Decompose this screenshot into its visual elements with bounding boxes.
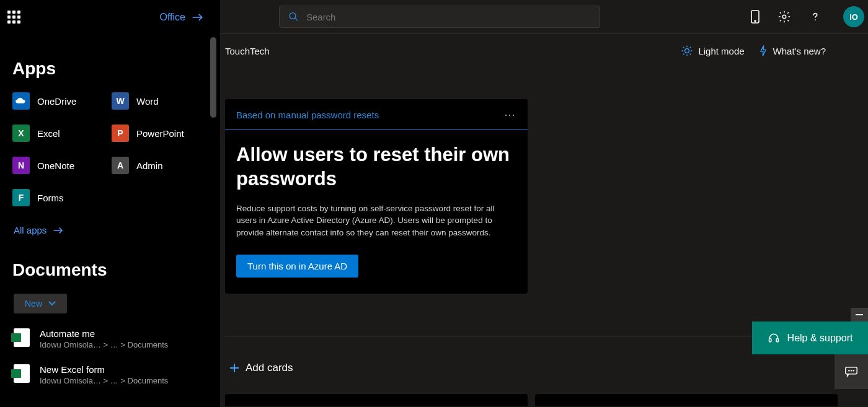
search-icon <box>288 11 299 22</box>
search-box[interactable] <box>279 6 600 28</box>
forms-icon: F <box>12 189 30 206</box>
onedrive-icon <box>12 92 30 110</box>
word-icon: W <box>112 92 129 110</box>
headset-icon <box>768 332 780 344</box>
document-item[interactable]: Automate me Idowu Omisola… > … > Documen… <box>14 328 220 349</box>
app-item-word[interactable]: W Word <box>112 92 211 110</box>
add-cards-label: Add cards <box>246 362 293 374</box>
light-mode-label: Light mode <box>698 46 744 56</box>
app-label: Admin <box>136 160 163 171</box>
documents-heading: Documents <box>12 260 220 280</box>
card-description: Reduce support costs by turning on self-… <box>236 203 516 239</box>
mobile-icon[interactable] <box>750 9 760 24</box>
help-support-label: Help & support <box>787 333 853 344</box>
app-launcher-icon[interactable] <box>7 11 20 24</box>
arrow-right-icon <box>53 226 64 235</box>
card-tag: Based on manual password resets <box>236 110 379 120</box>
app-item-admin[interactable]: A Admin <box>112 157 211 174</box>
recommendation-card: Based on manual password resets ⋯ Allow … <box>225 99 528 294</box>
app-item-onenote[interactable]: N OneNote <box>12 157 112 174</box>
app-item-forms[interactable]: F Forms <box>12 189 112 206</box>
document-path: Idowu Omisola… > … > Documents <box>40 340 168 349</box>
sun-icon <box>681 45 693 57</box>
sidebar: Office Apps OneDrive W Word X Excel P Po… <box>0 0 220 407</box>
minus-icon <box>856 314 863 315</box>
excel-file-icon <box>14 364 30 383</box>
app-label: Excel <box>37 128 60 139</box>
svg-point-11 <box>849 370 849 371</box>
card-placeholder[interactable] <box>225 394 528 406</box>
card-placeholder[interactable] <box>535 394 838 406</box>
svg-rect-7 <box>856 314 863 315</box>
gear-icon[interactable] <box>777 10 791 24</box>
new-label: New <box>25 299 42 309</box>
turn-on-azure-button[interactable]: Turn this on in Azure AD <box>236 255 358 278</box>
help-support-button[interactable]: Help & support <box>752 322 868 354</box>
app-item-powerpoint[interactable]: P PowerPoint <box>112 125 211 142</box>
app-label: OneNote <box>37 160 74 171</box>
card-row <box>225 394 838 406</box>
card-title: Allow users to reset their own passwords <box>236 143 516 191</box>
chevron-down-icon <box>48 301 56 306</box>
feedback-button[interactable] <box>835 354 868 389</box>
svg-rect-8 <box>769 338 771 341</box>
topbar: IO <box>220 0 868 34</box>
add-cards-button[interactable]: Add cards <box>229 362 293 380</box>
svg-point-12 <box>851 370 851 371</box>
app-item-excel[interactable]: X Excel <box>12 125 112 142</box>
svg-point-5 <box>815 19 816 20</box>
light-mode-toggle[interactable]: Light mode <box>681 45 744 57</box>
org-name: TouchTech <box>225 46 270 56</box>
excel-icon: X <box>12 125 30 142</box>
excel-file-icon <box>14 328 30 347</box>
avatar[interactable]: IO <box>843 6 864 27</box>
help-collapse-button[interactable] <box>851 308 868 322</box>
app-label: PowerPoint <box>136 128 184 139</box>
svg-point-3 <box>782 15 786 19</box>
all-apps-label: All apps <box>14 225 46 235</box>
subheader: TouchTech Light mode What's new? <box>220 34 868 68</box>
app-item-onedrive[interactable]: OneDrive <box>12 92 112 110</box>
admin-icon: A <box>112 157 129 174</box>
lightning-icon <box>758 45 768 57</box>
document-path: Idowu Omisola… > … > Documents <box>40 376 168 385</box>
svg-point-2 <box>755 20 756 22</box>
powerpoint-icon: P <box>112 125 129 142</box>
document-item[interactable]: New Excel form Idowu Omisola… > … > Docu… <box>14 364 220 385</box>
app-label: Forms <box>37 193 64 203</box>
plus-icon <box>229 363 239 373</box>
office-link-label: Office <box>160 12 186 23</box>
office-link[interactable]: Office <box>160 12 216 23</box>
svg-point-13 <box>853 370 854 371</box>
chat-icon <box>844 365 858 378</box>
whats-new-link[interactable]: What's new? <box>758 45 826 57</box>
svg-point-0 <box>290 13 296 19</box>
svg-rect-9 <box>776 338 778 341</box>
svg-point-6 <box>685 49 689 53</box>
new-document-button[interactable]: New <box>14 294 67 313</box>
app-label: Word <box>136 96 159 107</box>
apps-heading: Apps <box>12 59 220 79</box>
whats-new-label: What's new? <box>773 46 826 56</box>
onenote-icon: N <box>12 157 30 174</box>
all-apps-link[interactable]: All apps <box>14 225 220 235</box>
help-icon[interactable] <box>808 10 822 24</box>
arrow-right-icon <box>192 12 204 22</box>
search-input[interactable] <box>306 12 591 22</box>
app-label: OneDrive <box>37 96 76 107</box>
more-icon[interactable]: ⋯ <box>504 108 516 121</box>
sidebar-scrollbar[interactable] <box>210 37 216 347</box>
app-grid: OneDrive W Word X Excel P PowerPoint N O… <box>12 92 220 206</box>
document-title: New Excel form <box>40 364 168 375</box>
divider <box>225 336 836 336</box>
document-title: Automate me <box>40 328 168 339</box>
